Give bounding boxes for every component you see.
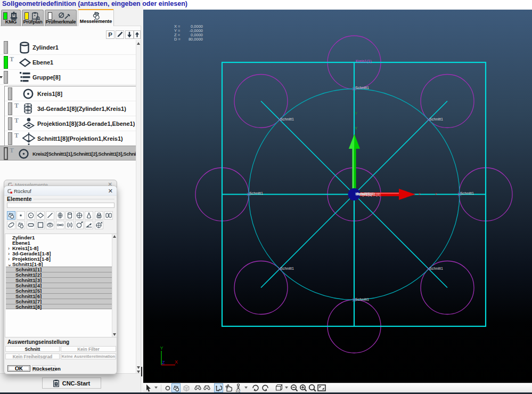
svg-text:Schnitt1: Schnitt1 <box>249 191 263 196</box>
svg-text:Z: Z <box>162 360 165 365</box>
svg-text:X: X <box>175 359 178 365</box>
svg-text:XYZ: XYZ <box>236 390 241 393</box>
svg-text:x: x <box>419 192 421 196</box>
svg-text:Schnitt1: Schnitt1 <box>429 117 443 122</box>
svg-text:Y: Y <box>355 111 358 116</box>
svg-text:Schnitt1: Schnitt1 <box>280 117 294 122</box>
svg-text:Y: Y <box>355 126 358 131</box>
svg-text:Schnitt1: Schnitt1 <box>355 85 369 90</box>
svg-text:Y: Y <box>160 345 163 351</box>
svg-text:Schnitt1: Schnitt1 <box>355 297 369 302</box>
svg-text:Schnitt1: Schnitt1 <box>280 266 294 271</box>
svg-text:Projektion1(8): Projektion1(8) <box>357 192 381 197</box>
svg-text:Schnitt1: Schnitt1 <box>460 191 474 196</box>
svg-text:Schnitt1: Schnitt1 <box>429 266 443 271</box>
svg-text:x: x <box>435 192 437 196</box>
svg-text:Kreis1(1): Kreis1(1) <box>356 59 372 63</box>
